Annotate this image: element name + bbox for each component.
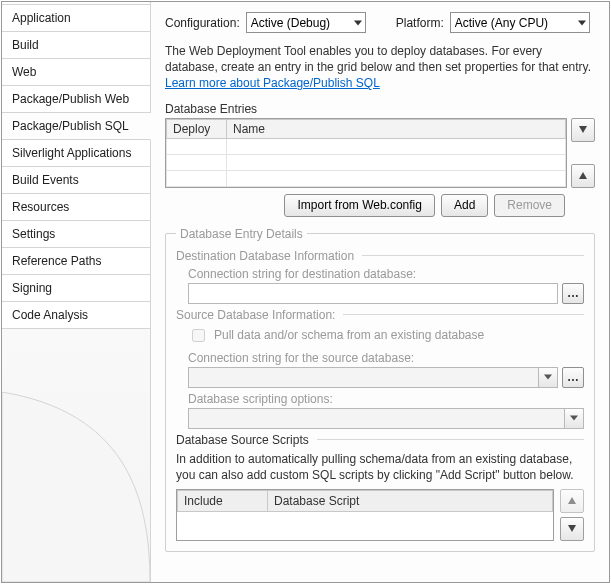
source-conn-string-label: Connection string for the source databas…	[188, 351, 584, 365]
move-script-up-button[interactable]	[560, 489, 584, 513]
sidebar-tab-reference-paths[interactable]: Reference Paths	[2, 248, 150, 275]
dest-conn-string-label: Connection string for destination databa…	[188, 267, 584, 281]
database-entries-label: Database Entries	[165, 102, 595, 116]
entries-col-name[interactable]: Name	[227, 119, 566, 138]
add-entry-button[interactable]: Add	[441, 194, 488, 217]
source-db-info-header: Source Database Information:	[176, 308, 335, 322]
pull-data-schema-label: Pull data and/or schema from an existing…	[214, 328, 484, 342]
arrow-up-icon	[579, 172, 587, 179]
arrow-down-icon	[579, 126, 587, 133]
sidebar-tab-build-events[interactable]: Build Events	[2, 167, 150, 194]
sidebar-tab-signing[interactable]: Signing	[2, 275, 150, 302]
platform-label: Platform:	[396, 16, 444, 30]
sidebar-tab-code-analysis[interactable]: Code Analysis	[2, 302, 150, 329]
entries-col-deploy[interactable]: Deploy	[167, 119, 227, 138]
table-row[interactable]	[167, 138, 566, 154]
database-source-scripts-header: Database Source Scripts	[176, 433, 309, 447]
sidebar-tab-build[interactable]: Build	[2, 32, 150, 59]
sidebar-tab-web[interactable]: Web	[2, 59, 150, 86]
database-entry-details-group: Database Entry Details Destination Datab…	[165, 227, 595, 552]
arrow-up-icon	[568, 497, 576, 504]
sidebar-tab-application[interactable]: Application	[2, 4, 150, 32]
move-entry-down-button[interactable]	[571, 118, 595, 142]
sidebar-tab-package-publish-web[interactable]: Package/Publish Web	[2, 86, 150, 113]
sidebar-curve-decoration	[2, 392, 150, 582]
database-source-scripts-desc: In addition to automatically pulling sch…	[176, 451, 584, 483]
db-scripting-options-combo[interactable]	[188, 408, 584, 429]
scripts-col-include[interactable]: Include	[178, 490, 268, 511]
dest-conn-string-input[interactable]	[188, 283, 558, 304]
intro-text: The Web Deployment Tool enables you to d…	[165, 44, 591, 74]
move-entry-up-button[interactable]	[571, 164, 595, 188]
arrow-down-icon	[568, 525, 576, 532]
sidebar-tab-package-publish-sql[interactable]: Package/Publish SQL	[2, 113, 151, 140]
database-entry-details-legend: Database Entry Details	[176, 227, 307, 241]
scripts-col-database-script[interactable]: Database Script	[268, 490, 553, 511]
configuration-select[interactable]: Active (Debug)	[246, 12, 366, 33]
platform-select[interactable]: Active (Any CPU)	[450, 12, 590, 33]
table-row[interactable]	[178, 511, 553, 527]
database-source-scripts-grid[interactable]: Include Database Script	[176, 489, 554, 541]
destination-db-info-header: Destination Database Information	[176, 249, 354, 263]
dest-conn-string-browse-button[interactable]: …	[562, 283, 584, 304]
pull-data-schema-checkbox[interactable]	[192, 329, 205, 342]
learn-more-link[interactable]: Learn more about Package/Publish SQL	[165, 76, 380, 90]
table-row[interactable]	[167, 170, 566, 186]
move-script-down-button[interactable]	[560, 517, 584, 541]
database-entries-grid[interactable]: Deploy Name	[165, 118, 567, 188]
sidebar-tab-resources[interactable]: Resources	[2, 194, 150, 221]
sidebar-tab-settings[interactable]: Settings	[2, 221, 150, 248]
source-conn-string-combo[interactable]	[188, 367, 558, 388]
package-publish-sql-panel: Configuration: Active (Debug) Platform: …	[150, 2, 609, 582]
project-properties-tabs: Application Build Web Package/Publish We…	[2, 2, 150, 582]
db-scripting-options-label: Database scripting options:	[188, 392, 584, 406]
configuration-label: Configuration:	[165, 16, 240, 30]
sidebar-tab-silverlight-applications[interactable]: Silverlight Applications	[2, 140, 150, 167]
import-from-web-config-button[interactable]: Import from Web.config	[284, 194, 435, 217]
source-conn-string-browse-button[interactable]: …	[562, 367, 584, 388]
table-row[interactable]	[167, 154, 566, 170]
remove-entry-button[interactable]: Remove	[494, 194, 565, 217]
